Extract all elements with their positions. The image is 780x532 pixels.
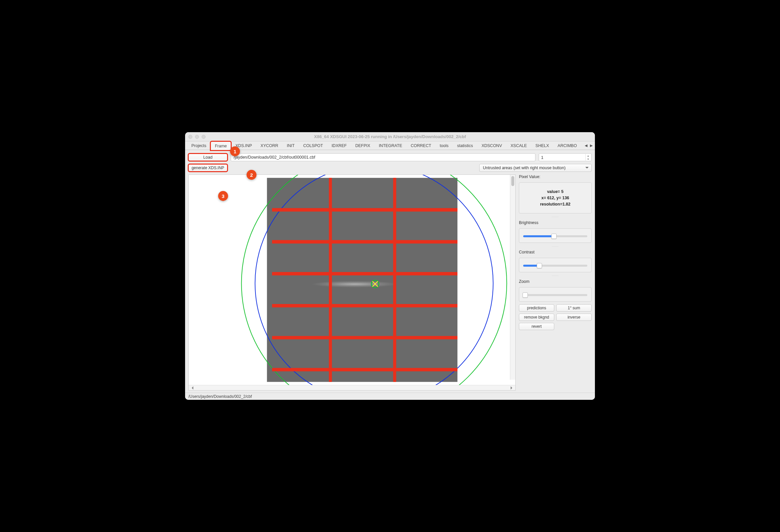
remove-bkgnd-button[interactable]: remove bkgnd xyxy=(519,313,554,321)
zoom-label: Zoom xyxy=(519,279,592,284)
side-panel: Pixel Value: value= 5 x= 612, y= 136 res… xyxy=(519,175,592,391)
annotation-marker-2: 2 xyxy=(247,170,256,180)
generate-xdsinp-button[interactable]: generate XDS.INP xyxy=(188,164,228,172)
annotation-marker-1: 1 xyxy=(230,146,240,156)
tab-bar: ProjectsFrameXDS.INPXYCORRINITCOLSPOTIDX… xyxy=(185,141,595,150)
tab-integrate[interactable]: INTEGRATE xyxy=(375,141,406,150)
contrast-label: Contrast xyxy=(519,250,592,254)
svg-point-1 xyxy=(287,279,409,289)
tab-init[interactable]: INIT xyxy=(283,141,299,150)
inverse-button[interactable]: inverse xyxy=(556,313,592,321)
contrast-slider[interactable] xyxy=(523,265,587,267)
status-path: /Users/jayden/Downloads/002_2/cbf xyxy=(188,394,252,399)
tab-colspot[interactable]: COLSPOT xyxy=(299,141,327,150)
revert-button[interactable]: revert xyxy=(519,323,554,330)
close-icon[interactable] xyxy=(188,135,192,139)
tab-tools[interactable]: tools xyxy=(436,141,453,150)
tab-idxref[interactable]: IDXREF xyxy=(327,141,351,150)
frame-path-input[interactable] xyxy=(231,153,535,161)
brightness-slider[interactable] xyxy=(523,235,587,237)
pixel-value-readout: value= 5 x= 612, y= 136 resolution=1.82 xyxy=(519,182,592,213)
load-button[interactable]: Load xyxy=(188,154,228,161)
zoom-icon[interactable] xyxy=(202,135,206,139)
status-bar: /Users/jayden/Downloads/002_2/cbf xyxy=(185,393,595,400)
tab-scroll-right-icon[interactable]: ▶ xyxy=(589,143,594,149)
frame-number-value: 1 xyxy=(541,155,543,160)
minimize-icon[interactable] xyxy=(195,135,199,139)
tab-statistics[interactable]: statistics xyxy=(453,141,477,150)
scrollbar-vertical[interactable] xyxy=(510,175,515,380)
tab-xscale[interactable]: XSCALE xyxy=(506,141,531,150)
tab-shelx[interactable]: SHELX xyxy=(531,141,553,150)
stepper-up-icon[interactable]: ▲ xyxy=(586,154,591,157)
frame-toolbar: Load 1 ▲ ▼ generate XDS.INP Untrusted ar… xyxy=(185,150,595,174)
tab-arcimbo[interactable]: ARCIMBO xyxy=(553,141,581,150)
pixel-value-label: Pixel Value: xyxy=(519,175,592,179)
tab-defpix[interactable]: DEFPIX xyxy=(351,141,375,150)
content-area: Pixel Value: value= 5 x= 612, y= 136 res… xyxy=(185,174,595,393)
one-degree-sum-button[interactable]: 1° sum xyxy=(556,304,592,311)
app-window: 1 2 3 X86_64 XDSGUI 2023-06-25 running i… xyxy=(185,132,595,400)
image-viewer xyxy=(188,175,516,391)
zoom-slider[interactable] xyxy=(523,294,587,296)
stepper-down-icon[interactable]: ▼ xyxy=(586,157,591,160)
tab-xycorr[interactable]: XYCORR xyxy=(256,141,282,150)
tab-projects[interactable]: Projects xyxy=(187,141,210,150)
tab-scroll: ◀ ▶ xyxy=(582,141,594,150)
scrollbar-horizontal[interactable] xyxy=(189,385,515,390)
annotation-marker-3: 3 xyxy=(218,191,228,201)
window-title: X86_64 XDSGUI 2023-06-25 running in /Use… xyxy=(185,134,595,139)
brightness-label: Brightness xyxy=(519,221,592,225)
predictions-button[interactable]: predictions xyxy=(519,304,554,311)
tab-frame[interactable]: Frame xyxy=(210,141,231,150)
untrusted-areas-combo[interactable]: Untrusted areas (set with right mouse bu… xyxy=(479,164,592,172)
titlebar: X86_64 XDSGUI 2023-06-25 running in /Use… xyxy=(185,132,595,141)
tab-xdsconv[interactable]: XDSCONV xyxy=(477,141,506,150)
detector-image[interactable] xyxy=(189,175,515,385)
tab-scroll-left-icon[interactable]: ◀ xyxy=(584,143,588,149)
tab-correct[interactable]: CORRECT xyxy=(406,141,436,150)
window-controls xyxy=(188,135,206,139)
frame-number-stepper[interactable]: 1 ▲ ▼ xyxy=(539,153,592,161)
